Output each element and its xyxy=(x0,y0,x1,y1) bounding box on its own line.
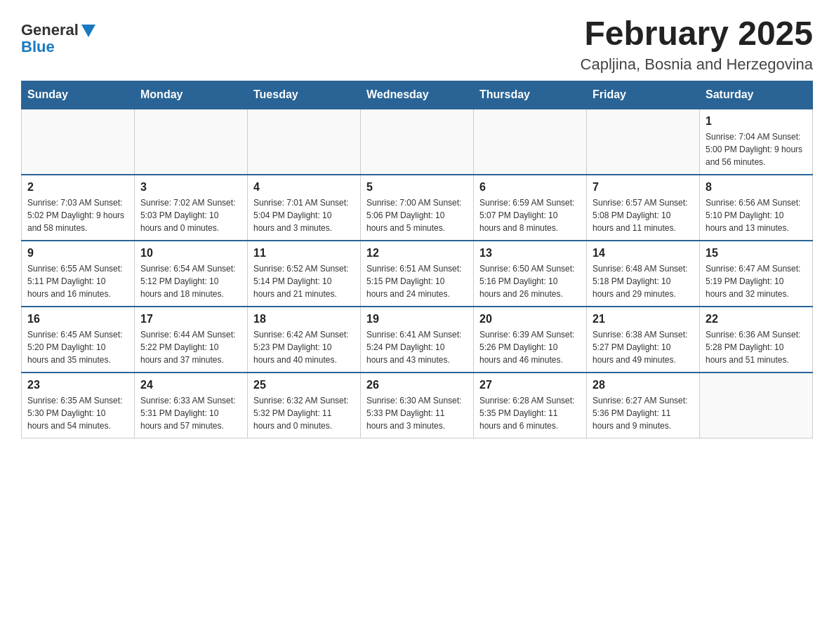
calendar-cell: 27Sunrise: 6:28 AM Sunset: 5:35 PM Dayli… xyxy=(474,373,587,438)
calendar-cell: 12Sunrise: 6:51 AM Sunset: 5:15 PM Dayli… xyxy=(361,241,474,307)
day-info: Sunrise: 6:56 AM Sunset: 5:10 PM Dayligh… xyxy=(706,196,807,234)
day-number: 25 xyxy=(253,379,355,391)
day-info: Sunrise: 6:44 AM Sunset: 5:22 PM Dayligh… xyxy=(140,328,241,366)
calendar-cell: 4Sunrise: 7:01 AM Sunset: 5:04 PM Daylig… xyxy=(248,175,361,241)
calendar-cell: 17Sunrise: 6:44 AM Sunset: 5:22 PM Dayli… xyxy=(135,307,248,373)
calendar-cell: 20Sunrise: 6:39 AM Sunset: 5:26 PM Dayli… xyxy=(474,307,587,373)
day-info: Sunrise: 6:57 AM Sunset: 5:08 PM Dayligh… xyxy=(593,196,694,234)
day-number: 24 xyxy=(140,379,241,391)
calendar-cell: 26Sunrise: 6:30 AM Sunset: 5:33 PM Dayli… xyxy=(361,373,474,438)
day-number: 11 xyxy=(253,247,355,260)
weekday-header-monday: Monday xyxy=(135,81,248,109)
header: General Blue February 2025 Capljina, Bos… xyxy=(21,14,813,74)
day-number: 2 xyxy=(27,181,128,194)
day-info: Sunrise: 7:01 AM Sunset: 5:04 PM Dayligh… xyxy=(253,196,355,234)
calendar-cell: 24Sunrise: 6:33 AM Sunset: 5:31 PM Dayli… xyxy=(135,373,248,438)
day-number: 20 xyxy=(479,313,581,326)
calendar-cell: 19Sunrise: 6:41 AM Sunset: 5:24 PM Dayli… xyxy=(361,307,474,373)
day-info: Sunrise: 6:28 AM Sunset: 5:35 PM Dayligh… xyxy=(479,394,581,432)
day-info: Sunrise: 6:48 AM Sunset: 5:18 PM Dayligh… xyxy=(593,262,694,300)
logo-general-text: General xyxy=(21,21,79,39)
day-info: Sunrise: 6:35 AM Sunset: 5:30 PM Dayligh… xyxy=(27,394,128,432)
weekday-header-sunday: Sunday xyxy=(22,81,135,109)
calendar-cell: 22Sunrise: 6:36 AM Sunset: 5:28 PM Dayli… xyxy=(700,307,813,373)
calendar-cell xyxy=(587,109,700,175)
day-number: 14 xyxy=(593,247,694,260)
day-number: 28 xyxy=(593,379,694,391)
calendar-cell: 6Sunrise: 6:59 AM Sunset: 5:07 PM Daylig… xyxy=(474,175,587,241)
logo: General Blue xyxy=(21,14,95,56)
calendar-cell: 28Sunrise: 6:27 AM Sunset: 5:36 PM Dayli… xyxy=(587,373,700,438)
weekday-header-friday: Friday xyxy=(587,81,700,109)
day-info: Sunrise: 6:52 AM Sunset: 5:14 PM Dayligh… xyxy=(253,262,355,300)
calendar-cell: 1Sunrise: 7:04 AM Sunset: 5:00 PM Daylig… xyxy=(700,109,813,175)
day-info: Sunrise: 6:45 AM Sunset: 5:20 PM Dayligh… xyxy=(27,328,128,366)
day-number: 16 xyxy=(27,313,128,326)
calendar-week-0: 1Sunrise: 7:04 AM Sunset: 5:00 PM Daylig… xyxy=(22,109,813,175)
day-info: Sunrise: 7:02 AM Sunset: 5:03 PM Dayligh… xyxy=(140,196,241,234)
day-number: 7 xyxy=(593,181,694,194)
calendar-cell xyxy=(248,109,361,175)
day-info: Sunrise: 6:38 AM Sunset: 5:27 PM Dayligh… xyxy=(593,328,694,366)
calendar-cell: 7Sunrise: 6:57 AM Sunset: 5:08 PM Daylig… xyxy=(587,175,700,241)
calendar-cell: 2Sunrise: 7:03 AM Sunset: 5:02 PM Daylig… xyxy=(22,175,135,241)
day-number: 22 xyxy=(706,313,807,326)
calendar-cell: 13Sunrise: 6:50 AM Sunset: 5:16 PM Dayli… xyxy=(474,241,587,307)
calendar-cell: 5Sunrise: 7:00 AM Sunset: 5:06 PM Daylig… xyxy=(361,175,474,241)
calendar-cell: 14Sunrise: 6:48 AM Sunset: 5:18 PM Dayli… xyxy=(587,241,700,307)
day-info: Sunrise: 6:30 AM Sunset: 5:33 PM Dayligh… xyxy=(366,394,468,432)
day-number: 26 xyxy=(366,379,468,391)
calendar-week-1: 2Sunrise: 7:03 AM Sunset: 5:02 PM Daylig… xyxy=(22,175,813,241)
day-info: Sunrise: 7:00 AM Sunset: 5:06 PM Dayligh… xyxy=(366,196,468,234)
calendar-cell xyxy=(22,109,135,175)
day-number: 27 xyxy=(479,379,581,391)
day-number: 19 xyxy=(366,313,468,326)
logo-triangle-icon xyxy=(81,25,95,37)
weekday-header-tuesday: Tuesday xyxy=(248,81,361,109)
day-info: Sunrise: 6:50 AM Sunset: 5:16 PM Dayligh… xyxy=(479,262,581,300)
weekday-header-wednesday: Wednesday xyxy=(361,81,474,109)
day-number: 4 xyxy=(253,181,355,194)
day-info: Sunrise: 6:59 AM Sunset: 5:07 PM Dayligh… xyxy=(479,196,581,234)
calendar-week-3: 16Sunrise: 6:45 AM Sunset: 5:20 PM Dayli… xyxy=(22,307,813,373)
calendar-cell: 11Sunrise: 6:52 AM Sunset: 5:14 PM Dayli… xyxy=(248,241,361,307)
title-area: February 2025 Capljina, Bosnia and Herze… xyxy=(581,14,813,74)
calendar-cell xyxy=(361,109,474,175)
day-info: Sunrise: 6:54 AM Sunset: 5:12 PM Dayligh… xyxy=(140,262,241,300)
day-info: Sunrise: 6:36 AM Sunset: 5:28 PM Dayligh… xyxy=(706,328,807,366)
day-info: Sunrise: 6:41 AM Sunset: 5:24 PM Dayligh… xyxy=(366,328,468,366)
day-number: 6 xyxy=(479,181,581,194)
day-number: 18 xyxy=(253,313,355,326)
day-number: 1 xyxy=(706,115,807,128)
calendar-cell: 3Sunrise: 7:02 AM Sunset: 5:03 PM Daylig… xyxy=(135,175,248,241)
day-number: 17 xyxy=(140,313,241,326)
day-info: Sunrise: 6:55 AM Sunset: 5:11 PM Dayligh… xyxy=(27,262,128,300)
day-info: Sunrise: 6:39 AM Sunset: 5:26 PM Dayligh… xyxy=(479,328,581,366)
day-number: 13 xyxy=(479,247,581,260)
day-number: 23 xyxy=(27,379,128,391)
calendar-cell: 23Sunrise: 6:35 AM Sunset: 5:30 PM Dayli… xyxy=(22,373,135,438)
day-number: 12 xyxy=(366,247,468,260)
day-number: 9 xyxy=(27,247,128,260)
calendar-cell: 15Sunrise: 6:47 AM Sunset: 5:19 PM Dayli… xyxy=(700,241,813,307)
calendar-week-4: 23Sunrise: 6:35 AM Sunset: 5:30 PM Dayli… xyxy=(22,373,813,438)
calendar-cell: 10Sunrise: 6:54 AM Sunset: 5:12 PM Dayli… xyxy=(135,241,248,307)
day-number: 5 xyxy=(366,181,468,194)
day-number: 21 xyxy=(593,313,694,326)
day-info: Sunrise: 7:03 AM Sunset: 5:02 PM Dayligh… xyxy=(27,196,128,234)
calendar-cell: 8Sunrise: 6:56 AM Sunset: 5:10 PM Daylig… xyxy=(700,175,813,241)
weekday-header-saturday: Saturday xyxy=(700,81,813,109)
day-info: Sunrise: 6:51 AM Sunset: 5:15 PM Dayligh… xyxy=(366,262,468,300)
calendar-header-row: SundayMondayTuesdayWednesdayThursdayFrid… xyxy=(22,81,813,109)
calendar-cell: 25Sunrise: 6:32 AM Sunset: 5:32 PM Dayli… xyxy=(248,373,361,438)
month-title: February 2025 xyxy=(581,14,813,53)
logo-blue-text: Blue xyxy=(21,38,55,56)
day-number: 8 xyxy=(706,181,807,194)
day-info: Sunrise: 6:27 AM Sunset: 5:36 PM Dayligh… xyxy=(593,394,694,432)
calendar-cell: 21Sunrise: 6:38 AM Sunset: 5:27 PM Dayli… xyxy=(587,307,700,373)
calendar-cell: 9Sunrise: 6:55 AM Sunset: 5:11 PM Daylig… xyxy=(22,241,135,307)
weekday-header-thursday: Thursday xyxy=(474,81,587,109)
calendar-cell xyxy=(135,109,248,175)
day-info: Sunrise: 6:33 AM Sunset: 5:31 PM Dayligh… xyxy=(140,394,241,432)
day-number: 10 xyxy=(140,247,241,260)
